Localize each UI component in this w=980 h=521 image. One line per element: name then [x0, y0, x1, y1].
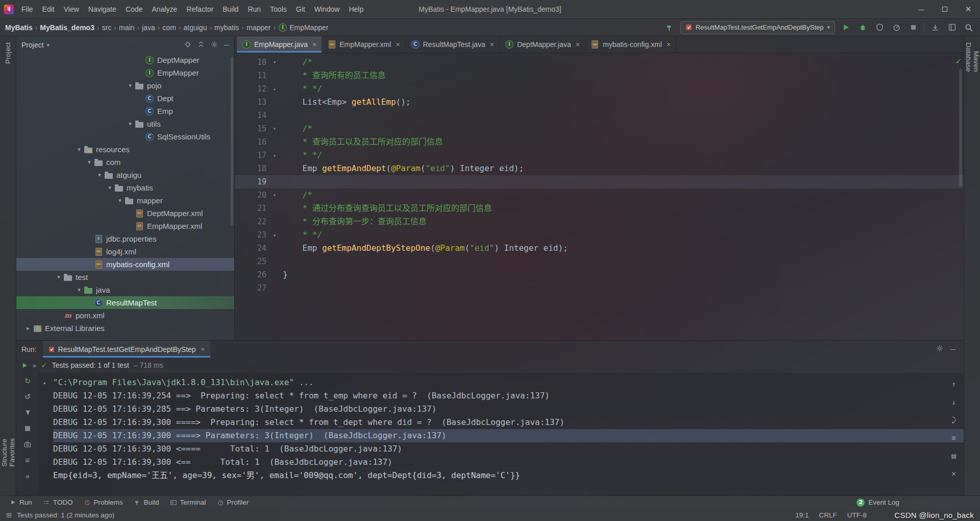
tree-item[interactable]: ▾pojo	[16, 79, 234, 92]
tool-button-project[interactable]: Project	[4, 36, 12, 70]
profiler-button[interactable]	[890, 21, 902, 34]
tool-button-maven[interactable]: Maven	[972, 45, 980, 78]
fold-marker-icon[interactable]: ▴	[266, 82, 283, 96]
test-options-icon[interactable]: ≡	[22, 454, 34, 466]
fold-marker-icon[interactable]: ▴	[266, 149, 283, 162]
console-line[interactable]: DEBUG 12-05 17:16:39,254 ==> Preparing: …	[53, 389, 964, 402]
project-scrollbar[interactable]	[231, 57, 233, 225]
breadcrumb-item[interactable]: IEmpMapper	[278, 23, 328, 32]
breadcrumb-item[interactable]: java	[142, 23, 155, 32]
editor-tab[interactable]: IDeptMapper.java×	[500, 36, 585, 53]
close-tab-icon[interactable]: ×	[576, 40, 580, 49]
close-button[interactable]: ✕	[957, 0, 980, 19]
run-configuration-select[interactable]: ResultMapTest.testGetEmpAndDeptByStep ▾	[680, 21, 835, 34]
debug-button[interactable]	[856, 21, 869, 34]
menu-view[interactable]: View	[59, 0, 84, 19]
inspections-ok-icon[interactable]: ✓	[955, 57, 962, 66]
line-separator[interactable]: CRLF	[819, 511, 837, 519]
tool-tab-terminal[interactable]: Terminal	[165, 496, 212, 509]
tool-tab-todo[interactable]: TODO	[38, 496, 79, 509]
tree-item[interactable]: CResultMapTest	[16, 296, 234, 309]
tree-item[interactable]: ▾java	[16, 283, 234, 296]
breadcrumb-item[interactable]: src	[102, 23, 112, 32]
tool-tab-run[interactable]: Run	[4, 496, 38, 509]
tree-item[interactable]: ▾com	[16, 156, 234, 169]
project-panel-title[interactable]: Project	[21, 41, 44, 49]
fold-marker-icon[interactable]: ▴	[266, 228, 283, 242]
rerun-failed-icon[interactable]: ↺	[22, 391, 34, 402]
tool-window-switcher-icon[interactable]: ⊞	[6, 511, 12, 519]
chevron-down-icon[interactable]: ▾	[75, 287, 84, 293]
editor-tab[interactable]: <>mybatis-config.xml×	[585, 36, 676, 53]
console-line[interactable]: DEBUG 12-05 17:16:39,300 ====> Preparing…	[53, 416, 964, 429]
menu-run[interactable]: Run	[243, 0, 265, 19]
settings-gear-icon[interactable]	[211, 41, 218, 50]
close-tab-icon[interactable]: ×	[396, 40, 400, 49]
run-button[interactable]	[840, 21, 852, 34]
menu-analyze[interactable]: Analyze	[148, 0, 182, 19]
tree-item[interactable]: <>log4j.xml	[16, 245, 234, 258]
menu-edit[interactable]: Edit	[38, 0, 59, 19]
chevron-down-icon[interactable]: ▾	[126, 121, 135, 127]
fold-marker-icon[interactable]: ▾	[266, 122, 283, 135]
close-tab-icon[interactable]: ×	[312, 40, 316, 49]
console-output[interactable]: ▾"C:\Program Files\Java\jdk1.8.0_131\bin…	[39, 373, 964, 495]
breadcrumb-item[interactable]: com	[162, 23, 176, 32]
chevron-down-icon[interactable]: ▾	[47, 42, 50, 49]
maximize-button[interactable]	[933, 0, 957, 19]
close-tab-icon[interactable]: ×	[490, 40, 494, 49]
tree-item[interactable]: <>DeptMapper.xml	[16, 207, 234, 220]
menu-navigate[interactable]: Navigate	[84, 0, 121, 19]
play-icon[interactable]	[21, 362, 28, 369]
console-line[interactable]: DEBUG 12-05 17:16:39,300 <== Total: 1 (B…	[53, 456, 964, 469]
tree-item[interactable]: IDeptMapper	[16, 54, 234, 66]
close-tab-icon[interactable]: ×	[667, 40, 671, 49]
chevron-down-icon[interactable]: ▾	[115, 197, 125, 204]
settings-gear-icon[interactable]	[936, 345, 943, 353]
tree-item[interactable]: IEmpMapper	[16, 66, 234, 79]
console-line[interactable]: "C:\Program Files\Java\jdk1.8.0_131\bin\…	[53, 376, 964, 389]
chevron-down-icon[interactable]: ▾	[85, 159, 94, 165]
console-line[interactable]: Emp{eid=3, empName='王五', age=39, sex='男'…	[53, 469, 964, 482]
stop-icon[interactable]	[22, 422, 34, 434]
stop-button[interactable]	[907, 21, 919, 34]
menu-build[interactable]: Build	[218, 0, 243, 19]
menu-refactor[interactable]: Refactor	[182, 0, 218, 19]
run-tab[interactable]: ResultMapTest.testGetEmpAndDeptByStep ×	[43, 341, 211, 358]
chevron-down-icon[interactable]: ▾	[105, 184, 114, 191]
breadcrumb-item[interactable]: main	[119, 23, 134, 32]
chevron-down-icon[interactable]: ▾	[75, 146, 84, 153]
editor-tab[interactable]: CResultMapTest.java×	[406, 36, 500, 53]
scroll-down-icon[interactable]: ↓	[948, 396, 960, 408]
menu-tools[interactable]: Tools	[265, 0, 291, 19]
fold-marker-icon[interactable]: ▾	[266, 188, 283, 202]
tree-item[interactable]: ▾utils	[16, 117, 234, 130]
breadcrumb-item[interactable]: mapper	[247, 23, 271, 32]
chevron-down-icon[interactable]: ▾	[95, 172, 104, 178]
hide-panel-icon[interactable]: ─	[224, 41, 229, 49]
chevron-down-icon[interactable]: ▾	[126, 82, 135, 89]
tree-item[interactable]: ▾mybatis	[16, 181, 234, 194]
code-editor[interactable]: 10▾ /*11 * 查询所有的员工信息12▴ * */13 List<Emp>…	[235, 53, 964, 340]
chevron-down-icon[interactable]: ▾	[54, 274, 63, 280]
rerun-icon[interactable]: ↻	[22, 375, 34, 387]
tool-tab-profiler[interactable]: Profiler	[212, 496, 255, 509]
tool-tab-problems[interactable]: Problems	[79, 496, 129, 509]
breadcrumb-item[interactable]: MyBatis	[5, 23, 33, 32]
build-hammer-icon[interactable]	[664, 21, 676, 34]
tree-item[interactable]: ▾resources	[16, 143, 234, 156]
chevron-right-icon[interactable]: ▸	[23, 325, 33, 331]
locate-file-icon[interactable]	[184, 41, 191, 50]
tool-button-favorites[interactable]: Favorites	[8, 432, 16, 473]
menu-file[interactable]: File	[17, 0, 38, 19]
tree-item[interactable]: CSqlSessionUtils	[16, 130, 234, 143]
tree-item[interactable]: CEmp	[16, 105, 234, 117]
breadcrumb-item[interactable]: MyBatis_demo3	[40, 23, 94, 32]
more-actions-icon[interactable]: »	[22, 470, 34, 482]
test-filter-icon[interactable]	[22, 407, 34, 418]
coverage-button[interactable]	[873, 21, 886, 34]
tool-tab-build[interactable]: Build	[129, 496, 165, 509]
soft-wrap-icon[interactable]: ⤸	[948, 414, 960, 425]
collapse-all-icon[interactable]	[198, 41, 205, 50]
clear-console-icon[interactable]: ✕	[948, 467, 960, 479]
